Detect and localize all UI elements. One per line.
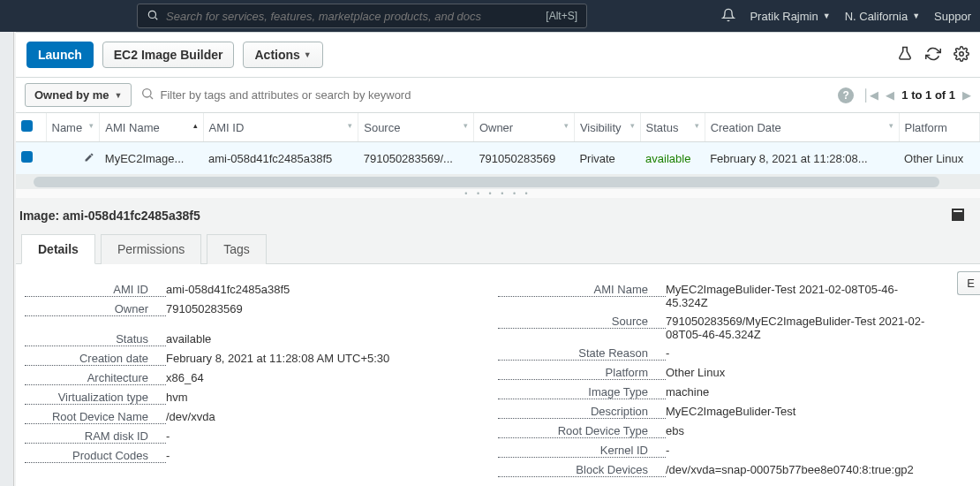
v-virt: hvm (166, 391, 188, 405)
region-name: N. California (845, 10, 908, 23)
select-all-checkbox[interactable] (21, 120, 33, 132)
k-creation: Creation date (25, 352, 166, 366)
tabs: Details Permissions Tags (16, 233, 980, 264)
v-ramdisk: - (166, 429, 170, 444)
edit-button[interactable]: E (957, 271, 980, 295)
pencil-icon[interactable] (84, 152, 94, 165)
pager-text: 1 to 1 of 1 (901, 88, 955, 102)
v-state: - (666, 346, 669, 361)
v-kernel: - (666, 444, 669, 458)
launch-button[interactable]: Launch (26, 42, 94, 68)
tab-tags[interactable]: Tags (207, 234, 267, 264)
pager-next-icon[interactable]: ▶ (962, 88, 971, 102)
support-dropdown[interactable]: Suppor (934, 10, 971, 23)
actions-label: Actions (254, 48, 299, 62)
k-virt: Virtualization type (25, 391, 166, 405)
ownership-label: Owned by me (34, 88, 109, 102)
detail-col-left: AMI IDami-058d41fc2485a38f5 Owner7910502… (25, 280, 498, 480)
col-ami-id[interactable]: AMI ID▾ (203, 113, 358, 142)
row-creation: February 8, 2021 at 11:28:08... (705, 142, 899, 175)
v-source: 791050283569/MyEC2ImageBulider-Test 2021… (666, 315, 931, 341)
filter-bar: Owned by me ▼ ? │◀ ◀ 1 to 1 of 1 ▶ (16, 78, 980, 113)
v-rootname: /dev/xvda (166, 410, 215, 424)
v-creation: February 8, 2021 at 11:28:08 AM UTC+5:30 (166, 352, 389, 366)
pager: │◀ ◀ 1 to 1 of 1 ▶ (863, 88, 971, 102)
v-block: /dev/xvda=snap-00075b77bee8e0740:8:true:… (666, 463, 914, 477)
table-row[interactable]: MyEC2Image... ami-058d41fc2485a38f5 7910… (16, 142, 980, 175)
col-status[interactable]: Status▾ (640, 113, 705, 142)
gear-icon[interactable] (954, 46, 969, 65)
col-platform[interactable]: Platform (899, 113, 979, 142)
bell-icon[interactable] (721, 8, 735, 25)
left-rail (0, 32, 14, 486)
col-name[interactable]: Name▾ (46, 113, 100, 142)
global-search[interactable]: [Alt+S] (137, 4, 587, 28)
tab-permissions[interactable]: Permissions (101, 234, 201, 264)
row-status: available (640, 142, 705, 175)
pager-prev-icon[interactable]: ◀ (886, 88, 894, 102)
top-nav: [Alt+S] Pratik Rajmin ▼ N. California ▼ … (0, 0, 980, 32)
k-source: Source (498, 315, 666, 329)
row-source: 791050283569/... (358, 142, 474, 175)
image-builder-button[interactable]: EC2 Image Builder (102, 42, 235, 68)
k-platform: Platform (498, 366, 666, 380)
search-input[interactable] (166, 10, 546, 23)
tab-details[interactable]: Details (21, 234, 95, 264)
filter-input[interactable] (160, 88, 829, 102)
v-desc: MyEC2ImageBulider-Test (666, 405, 795, 419)
experiments-icon[interactable] (897, 46, 913, 65)
col-creation[interactable]: Creation Date▾ (705, 113, 899, 142)
k-ami-id: AMI ID (25, 283, 166, 297)
k-ami-name: AMI Name (498, 283, 666, 297)
v-platform: Other Linux (666, 366, 725, 380)
user-dropdown[interactable]: Pratik Rajmin ▼ (750, 10, 830, 23)
region-dropdown[interactable]: N. California ▼ (845, 10, 920, 23)
k-arch: Architecture (25, 371, 166, 385)
pager-first-icon[interactable]: │◀ (863, 88, 878, 102)
v-roottype: ebs (666, 424, 684, 438)
k-desc: Description (498, 405, 666, 419)
svg-point-0 (148, 11, 155, 18)
support-label: Suppor (934, 10, 971, 23)
k-state: State Reason (498, 346, 666, 361)
user-name: Pratik Rajmin (750, 10, 818, 23)
resize-grip[interactable]: • • • • • • (16, 189, 980, 198)
k-status: Status (25, 332, 166, 346)
row-checkbox[interactable] (21, 151, 33, 163)
detail-title: Image: ami-058d41fc2485a38f5 (19, 209, 980, 223)
v-arch: x86_64 (166, 371, 204, 385)
k-owner: Owner (25, 302, 166, 316)
filter-search[interactable] (140, 87, 829, 103)
svg-line-1 (155, 17, 158, 19)
search-shortcut: [Alt+S] (546, 10, 577, 22)
v-ami-name: MyEC2ImageBulider-Test 2021-02-08T05-46-… (666, 283, 931, 309)
k-rootname: Root Device Name (25, 410, 166, 424)
help-icon[interactable]: ? (838, 87, 854, 103)
detail-body: E AMI IDami-058d41fc2485a38f5 Owner79105… (16, 264, 980, 486)
scrollbar-thumb[interactable] (34, 177, 939, 187)
ami-table: Name▾ AMI Name▴ AMI ID▾ Source▾ Owner▾ V… (16, 113, 980, 175)
horizontal-scrollbar[interactable] (16, 175, 980, 189)
v-imgtype: machine (666, 385, 709, 399)
row-visibility: Private (574, 142, 640, 175)
maximize-icon[interactable] (952, 209, 964, 224)
actions-dropdown[interactable]: Actions ▼ (243, 42, 322, 68)
col-visibility[interactable]: Visibility▾ (574, 113, 640, 142)
col-source[interactable]: Source▾ (358, 113, 474, 142)
svg-line-4 (151, 96, 154, 99)
refresh-icon[interactable] (925, 46, 941, 65)
k-block: Block Devices (498, 463, 666, 477)
svg-point-3 (143, 89, 151, 97)
search-icon (147, 9, 159, 24)
chevron-down-icon: ▼ (115, 91, 123, 100)
k-kernel: Kernel ID (498, 444, 666, 458)
col-ami-name[interactable]: AMI Name▴ (100, 113, 203, 142)
v-owner: 791050283569 (166, 302, 243, 316)
ownership-filter[interactable]: Owned by me ▼ (25, 83, 132, 107)
row-platform: Other Linux (899, 142, 979, 175)
chevron-down-icon: ▼ (304, 50, 312, 59)
col-owner[interactable]: Owner▾ (473, 113, 574, 142)
v-ami-id: ami-058d41fc2485a38f5 (166, 283, 290, 297)
chevron-down-icon: ▼ (912, 11, 920, 20)
row-ami-name: MyEC2Image... (100, 142, 203, 175)
